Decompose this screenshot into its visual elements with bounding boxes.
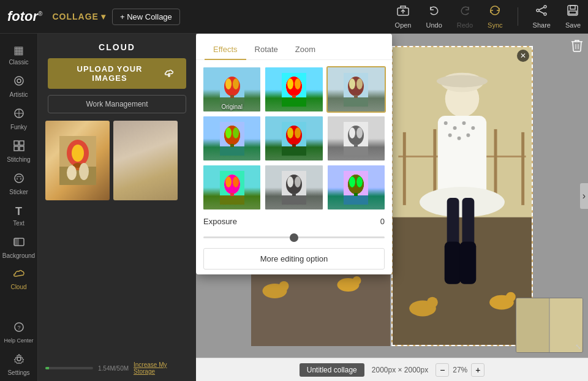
svg-point-115 — [233, 127, 239, 138]
more-editing-button[interactable]: More editing option — [203, 248, 385, 270]
collage-cell-right[interactable]: ✕ — [391, 46, 533, 346]
increase-storage-link[interactable]: Increase My Storage — [134, 361, 189, 375]
filter-thumb-4 — [203, 116, 260, 160]
trash-button[interactable] — [571, 39, 583, 55]
sidebar-item-funky[interactable]: Funky — [0, 103, 37, 135]
tab-zoom[interactable]: Zoom — [287, 40, 324, 60]
sidebar-item-cloud[interactable]: Cloud — [0, 264, 37, 295]
svg-rect-112 — [220, 146, 244, 156]
svg-point-139 — [295, 176, 301, 187]
exposure-slider[interactable] — [203, 236, 385, 238]
storage-text: 1.54M/50M — [98, 365, 129, 372]
svg-point-75 — [453, 126, 457, 129]
nav-separator — [518, 7, 518, 26]
svg-point-126 — [349, 127, 355, 138]
filter-thumb-2 — [265, 67, 322, 111]
svg-point-120 — [287, 127, 293, 138]
sidebar-item-help[interactable]: ? Help Center — [0, 317, 37, 349]
image-grid — [38, 121, 196, 200]
sidebar-item-background[interactable]: Background — [0, 232, 37, 264]
sidebar-item-settings[interactable]: Settings — [0, 349, 37, 381]
svg-point-132 — [225, 176, 232, 187]
zoom-in-button[interactable]: + — [471, 363, 484, 377]
filter-6[interactable] — [326, 115, 386, 162]
svg-rect-16 — [20, 141, 24, 145]
classic-icon: ▦ — [13, 43, 24, 57]
tab-effects[interactable]: Effects — [205, 40, 246, 60]
new-collage-button[interactable]: + New Collage — [112, 9, 180, 25]
nav-actions: Open Undo Redo Sync Share — [395, 4, 581, 29]
filter-5[interactable] — [264, 115, 323, 162]
exposure-slider-row — [196, 230, 392, 244]
panel-title: CLOUD — [38, 34, 196, 58]
svg-point-76 — [462, 121, 466, 125]
svg-point-133 — [233, 176, 239, 187]
sticker-icon — [13, 173, 24, 187]
filter-4[interactable] — [202, 115, 262, 162]
filter-7[interactable] — [202, 164, 262, 211]
sidebar-item-text[interactable]: T Text — [0, 200, 37, 232]
filter-original[interactable]: Original — [202, 66, 262, 113]
filter-thumb-3 — [328, 67, 385, 111]
svg-point-77 — [471, 126, 475, 129]
svg-point-80 — [466, 133, 470, 137]
sidebar-item-artistic[interactable]: Artistic — [0, 70, 37, 103]
filter-8[interactable] — [264, 164, 323, 211]
svg-rect-100 — [282, 97, 306, 107]
redo-action[interactable]: Redo — [457, 4, 473, 29]
close-cell-button[interactable]: ✕ — [517, 50, 529, 62]
help-icon: ? — [13, 322, 24, 336]
list-item[interactable] — [45, 121, 110, 200]
storage-fill — [45, 367, 49, 369]
svg-point-60 — [353, 276, 361, 285]
left-sidebar: ▦ Classic Artistic Funky Stitching Stick… — [0, 34, 38, 381]
right-panel-toggle[interactable]: › — [580, 183, 588, 209]
svg-point-10 — [15, 77, 23, 85]
sidebar-item-stitching[interactable]: Stitching — [0, 135, 37, 168]
undo-action[interactable]: Undo — [426, 4, 442, 29]
canvas-container[interactable]: ✕ — [196, 34, 588, 358]
collage-dropdown-btn[interactable]: COLLAGE ▾ — [52, 12, 105, 21]
tab-rotate[interactable]: Rotate — [246, 40, 287, 60]
list-item[interactable] — [113, 121, 178, 200]
left-panel: CLOUD UPLOAD YOUR IMAGES Work Management — [38, 34, 196, 381]
filter-9[interactable] — [326, 164, 386, 211]
exposure-row: Exposure 0 — [196, 213, 392, 230]
filter-2[interactable] — [264, 66, 323, 113]
svg-rect-23 — [14, 238, 19, 246]
exposure-label: Exposure — [203, 217, 237, 226]
svg-point-121 — [295, 127, 301, 138]
svg-rect-134 — [230, 193, 234, 196]
redo-icon — [458, 4, 472, 20]
share-action[interactable]: Share — [533, 4, 551, 29]
cloud-icon — [13, 269, 25, 282]
background-icon — [13, 236, 24, 251]
svg-point-138 — [287, 176, 293, 187]
filter-grid: Original — [196, 60, 392, 213]
svg-rect-8 — [570, 6, 575, 9]
svg-rect-18 — [20, 146, 24, 151]
svg-rect-128 — [354, 144, 358, 147]
sidebar-item-sticker[interactable]: Sticker — [0, 168, 37, 200]
svg-rect-17 — [14, 146, 18, 151]
sidebar-item-classic[interactable]: ▦ Classic — [0, 39, 37, 70]
filter-thumb-9 — [328, 165, 385, 209]
svg-point-34 — [67, 165, 77, 180]
sync-action[interactable]: Sync — [488, 4, 502, 29]
save-action[interactable]: Save — [565, 4, 581, 29]
work-management-button[interactable]: Work Management — [48, 95, 186, 113]
svg-point-108 — [349, 78, 355, 89]
svg-point-20 — [17, 178, 18, 179]
zoom-level: 27% — [453, 366, 467, 374]
svg-point-87 — [427, 296, 438, 307]
funky-icon — [13, 108, 24, 122]
open-action[interactable]: Open — [395, 4, 412, 29]
zoom-out-button[interactable]: − — [435, 363, 449, 377]
svg-point-79 — [458, 136, 461, 140]
svg-rect-136 — [282, 195, 306, 205]
upload-images-button[interactable]: UPLOAD YOUR IMAGES — [48, 58, 186, 89]
svg-rect-104 — [292, 95, 296, 98]
svg-point-97 — [233, 78, 239, 89]
storage-bar-area: 1.54M/50M Increase My Storage — [38, 355, 196, 381]
filter-3[interactable] — [326, 66, 386, 113]
